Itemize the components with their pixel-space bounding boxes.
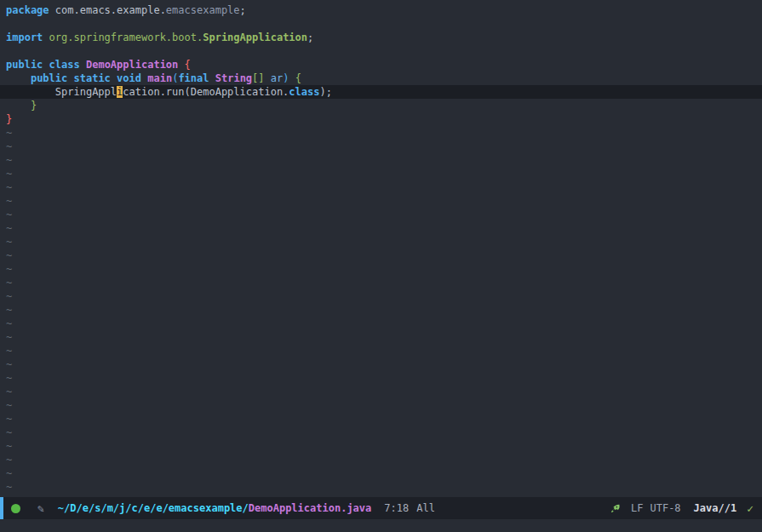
code-token: SpringApplication (203, 31, 307, 43)
code-line[interactable]: SpringApplication.run(DemoApplication.cl… (0, 85, 762, 99)
buffer-path[interactable]: ~/D/e/s/m/j/c/e/e/emacsexample/DemoAppli… (58, 502, 371, 514)
empty-line-marker: ~ (0, 480, 762, 494)
code-token (178, 59, 184, 71)
code-line[interactable]: public static void main(final String[] a… (0, 72, 762, 85)
code-token: String (215, 72, 252, 84)
empty-line-marker: ~ (0, 208, 762, 221)
code-token: package (6, 4, 49, 16)
empty-line-marker: ~ (0, 330, 762, 344)
code-token: ); (319, 86, 331, 98)
empty-line-marker: ~ (0, 344, 762, 358)
empty-line-marker: ~ (0, 303, 762, 317)
pencil-icon: ✎ (37, 502, 44, 515)
empty-line-marker: ~ (0, 262, 762, 276)
code-token (80, 59, 86, 71)
code-token: emacsexample (166, 4, 240, 16)
emacs-window: package com.emacs.example.emacsexample; … (0, 0, 762, 532)
empty-line-marker: ~ (0, 126, 762, 140)
checker-ok-icon[interactable]: ✓ (747, 502, 753, 515)
empty-line-marker: ~ (0, 167, 762, 180)
empty-line-marker: ~ (0, 317, 762, 330)
major-mode-indicator[interactable]: Java//1 (694, 502, 737, 514)
encoding-indicator[interactable]: UTF-8 (650, 502, 680, 514)
code-token: org.springframework.boot. (49, 31, 203, 43)
empty-line-marker: ~ (0, 249, 762, 262)
code-token (49, 4, 55, 16)
empty-line-marker: ~ (0, 398, 762, 412)
code-line[interactable]: public class DemoApplication { (0, 58, 762, 72)
empty-line-marker: ~ (0, 439, 762, 453)
empty-line-marker: ~ (0, 358, 762, 371)
code-token (6, 100, 31, 112)
code-line[interactable]: package com.emacs.example.emacsexample; (0, 3, 762, 17)
code-token: static (74, 72, 111, 84)
code-token (111, 72, 117, 84)
code-token: DemoApplication (86, 59, 178, 71)
code-token: { (295, 72, 301, 84)
code-line[interactable] (0, 44, 762, 58)
code-token: import (6, 31, 43, 43)
code-token: ar (271, 72, 283, 84)
code-line[interactable]: import org.springframework.boot.SpringAp… (0, 31, 762, 44)
code-token: public (6, 59, 43, 71)
code-area[interactable]: package com.emacs.example.emacsexample; … (0, 3, 762, 126)
code-token: class (49, 59, 80, 71)
code-token: ; (307, 31, 313, 43)
code-token: void (117, 72, 141, 84)
code-line[interactable] (0, 17, 762, 31)
empty-line-marker: ~ (0, 235, 762, 249)
empty-line-markers: ~~~~~~~~~~~~~~~~~~~~~~~~~~~ (0, 126, 762, 494)
empty-line-marker: ~ (0, 466, 762, 480)
empty-line-marker: ~ (0, 140, 762, 153)
code-token: } (6, 113, 12, 125)
code-token: } (31, 100, 37, 112)
empty-line-marker: ~ (0, 385, 762, 398)
code-token (289, 72, 295, 84)
buffer-directory: ~/D/e/s/m/j/c/e/e/emacsexample/ (58, 502, 249, 514)
empty-line-marker: ~ (0, 194, 762, 208)
code-editor[interactable]: package com.emacs.example.emacsexample; … (0, 0, 762, 497)
code-token (43, 31, 49, 43)
code-token (209, 72, 215, 84)
code-token: main (147, 72, 172, 84)
empty-line-marker: ~ (0, 153, 762, 167)
code-token (265, 72, 271, 84)
code-token: com.emacs.example. (55, 4, 166, 16)
empty-line-marker: ~ (0, 412, 762, 426)
buffer-state-dot-icon (11, 504, 20, 513)
code-token (67, 72, 73, 84)
modeline: ✎ ~/D/e/s/m/j/c/e/e/emacsexample/DemoApp… (0, 497, 762, 519)
empty-line-marker: ~ (0, 221, 762, 235)
cursor-position[interactable]: 7:18 (384, 502, 409, 514)
empty-line-marker: ~ (0, 426, 762, 439)
code-token: [] (252, 72, 264, 84)
modeline-accent-bar (0, 497, 3, 519)
code-line[interactable]: } (0, 99, 762, 112)
code-token: SpringAppl (55, 86, 117, 98)
code-token: { (185, 59, 191, 71)
empty-line-marker: ~ (0, 453, 762, 466)
empty-line-marker: ~ (0, 276, 762, 289)
eol-indicator[interactable]: LF (631, 502, 643, 514)
buffer-filename: DemoApplication.java (249, 502, 372, 514)
code-token: ; (240, 4, 246, 16)
empty-line-marker: ~ (0, 371, 762, 385)
code-line[interactable]: } (0, 112, 762, 126)
code-token: final (178, 72, 209, 84)
code-token: cation.run(DemoApplication. (123, 86, 289, 98)
code-token (6, 86, 55, 98)
rocket-icon[interactable] (610, 503, 621, 514)
echo-area[interactable] (0, 519, 762, 532)
code-token (43, 59, 49, 71)
code-token: class (289, 86, 319, 98)
scroll-indicator[interactable]: All (416, 502, 435, 514)
empty-line-marker: ~ (0, 180, 762, 194)
empty-line-marker: ~ (0, 289, 762, 303)
code-token: public (31, 72, 67, 84)
code-token (6, 72, 31, 84)
